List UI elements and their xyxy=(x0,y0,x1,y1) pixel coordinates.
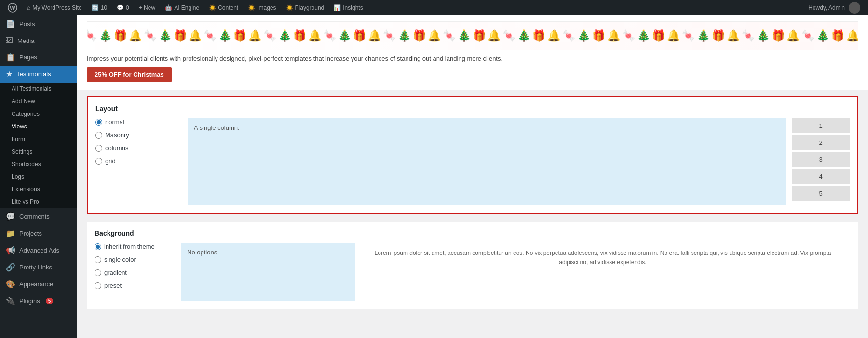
ai-engine-link[interactable]: 🤖 AI Engine xyxy=(161,0,203,15)
bg-radio-preset[interactable] xyxy=(95,282,101,289)
sidebar-item-testimonials[interactable]: ★ Testimonials xyxy=(0,66,77,83)
sidebar-item-categories[interactable]: Categories xyxy=(6,108,77,120)
column-btn-5[interactable]: 5 xyxy=(792,186,850,201)
bg-option-gradient[interactable]: gradient xyxy=(95,269,181,276)
pages-icon: 📋 xyxy=(6,53,15,62)
layout-section-row: normal Masonry columns grid xyxy=(95,118,850,205)
bg-radio-inherit[interactable] xyxy=(95,243,101,250)
background-section: Background inherit from theme single col… xyxy=(87,222,858,309)
bg-options: inherit from theme single color gradient xyxy=(95,243,181,301)
media-icon: 🖼 xyxy=(6,36,14,45)
sidebar-item-comments[interactable]: 💬 Comments xyxy=(0,208,77,225)
admin-bar: W ⌂ My WordPress Site 🔄 10 💬 0 + New 🤖 A… xyxy=(0,0,868,15)
images-icon: ☀️ xyxy=(248,4,255,11)
bg-radio-single[interactable] xyxy=(95,256,101,263)
sidebar-projects-label: Projects xyxy=(19,230,42,237)
sidebar-item-form[interactable]: Form xyxy=(6,133,77,145)
content-link[interactable]: ☀️ Content xyxy=(205,0,242,15)
howdy-link[interactable]: Howdy, Admin xyxy=(804,0,864,15)
sidebar-item-all-testimonials[interactable]: All Testimonials xyxy=(6,83,77,95)
howdy-text: Howdy, Admin xyxy=(808,4,845,11)
extensions-label: Extensions xyxy=(12,186,40,193)
insights-link[interactable]: 📊 Insights xyxy=(330,0,366,15)
playground-label: Playground xyxy=(295,4,325,11)
christmas-btn[interactable]: 25% OFF for Christmas xyxy=(87,67,172,82)
sidebar: 📄 Posts 🖼 Media 📋 Pages ★ Testimonials A… xyxy=(0,15,77,338)
column-btn-3[interactable]: 3 xyxy=(792,152,850,167)
column-btn-2[interactable]: 2 xyxy=(792,135,850,150)
layout-radio-columns[interactable] xyxy=(95,145,102,152)
layout-preview-text: A single column. xyxy=(194,124,240,131)
wp-logo-link[interactable]: W xyxy=(4,0,21,15)
sidebar-item-lite-vs-pro[interactable]: Lite vs Pro xyxy=(6,196,77,208)
views-label: Views xyxy=(12,123,27,130)
new-label: + New xyxy=(139,4,155,11)
layout-option-grid[interactable]: grid xyxy=(95,157,182,165)
main-content: 🎄🎁🔔🍬🎄🎁🔔🍬🎄🎁🔔🍬🎄🎁🔔🍬🎄🎁🔔🍬🎄🎁🔔🍬🎄🎁🔔🍬🎄🎁🔔🍬🎄🎁🔔🍬🎄🎁🔔🍬… xyxy=(77,15,868,338)
column-btn-4[interactable]: 4 xyxy=(792,169,850,184)
sidebar-item-plugins[interactable]: 🔌 Plugins 5 xyxy=(0,293,77,310)
bg-lorem-text: Lorem ipsum dolor sit amet, accusam comp… xyxy=(355,243,851,301)
sidebar-item-add-new[interactable]: Add New xyxy=(6,95,77,108)
bg-option-inherit[interactable]: inherit from theme xyxy=(95,243,181,250)
sidebar-posts-label: Posts xyxy=(19,20,35,28)
bg-preview-text: No options xyxy=(187,249,217,256)
posts-icon: 📄 xyxy=(6,19,15,28)
new-content-link[interactable]: + New xyxy=(135,0,159,15)
avatar-icon xyxy=(849,2,860,14)
layout-option-columns[interactable]: columns xyxy=(95,144,182,152)
bg-inherit-label: inherit from theme xyxy=(104,243,155,250)
sidebar-comments-label: Comments xyxy=(19,213,50,220)
add-new-label: Add New xyxy=(12,98,35,105)
sidebar-testimonials-label: Testimonials xyxy=(16,70,51,78)
layout-radio-grid[interactable] xyxy=(95,158,102,165)
layout-normal-label: normal xyxy=(105,118,124,126)
sidebar-item-pages[interactable]: 📋 Pages xyxy=(0,49,77,66)
wp-logo-icon: W xyxy=(8,3,17,13)
sidebar-item-settings[interactable]: Settings xyxy=(6,145,77,158)
column-btn-1[interactable]: 1 xyxy=(792,118,850,133)
playground-link[interactable]: ☀️ Playground xyxy=(282,0,328,15)
bg-option-preset[interactable]: preset xyxy=(95,282,181,289)
insights-icon: 📊 xyxy=(334,4,341,11)
images-link[interactable]: ☀️ Images xyxy=(244,0,280,15)
sidebar-item-shortcodes[interactable]: Shortcodes xyxy=(6,158,77,170)
layout-radio-masonry[interactable] xyxy=(95,132,102,139)
sidebar-item-extensions[interactable]: Extensions xyxy=(6,183,77,196)
sidebar-item-projects[interactable]: 📁 Projects xyxy=(0,225,77,242)
bg-radio-gradient[interactable] xyxy=(95,269,101,276)
bg-option-single[interactable]: single color xyxy=(95,256,181,263)
bg-preset-label: preset xyxy=(104,282,122,289)
comments-link[interactable]: 💬 0 xyxy=(113,0,133,15)
updates-count: 10 xyxy=(101,4,107,11)
appearance-icon: 🎨 xyxy=(6,280,15,289)
sidebar-item-appearance[interactable]: 🎨 Appearance xyxy=(0,276,77,293)
settings-label: Settings xyxy=(12,148,32,155)
playground-icon: ☀️ xyxy=(286,4,293,11)
sidebar-item-media[interactable]: 🖼 Media xyxy=(0,32,77,49)
layout-preview: A single column. xyxy=(188,118,786,205)
banner-text: Impress your potential clients with prof… xyxy=(87,55,858,62)
background-section-row: inherit from theme single color gradient xyxy=(95,243,851,301)
sidebar-item-pretty-links[interactable]: 🔗 Pretty Links xyxy=(0,259,77,276)
sidebar-item-views[interactable]: Views xyxy=(6,120,77,133)
sidebar-item-advanced-ads[interactable]: 📢 Advanced Ads xyxy=(0,242,77,259)
sidebar-media-label: Media xyxy=(17,37,34,44)
settings-wrap: Layout normal Masonry column xyxy=(77,90,868,314)
banner-area: 🎄🎁🔔🍬🎄🎁🔔🍬🎄🎁🔔🍬🎄🎁🔔🍬🎄🎁🔔🍬🎄🎁🔔🍬🎄🎁🔔🍬🎄🎁🔔🍬🎄🎁🔔🍬🎄🎁🔔🍬… xyxy=(77,15,868,90)
sidebar-pretty-links-label: Pretty Links xyxy=(19,264,52,271)
bg-preview: No options xyxy=(181,243,355,301)
background-section-title: Background xyxy=(95,229,851,237)
lite-vs-pro-label: Lite vs Pro xyxy=(12,198,39,205)
layout-option-masonry[interactable]: Masonry xyxy=(95,131,182,139)
images-label: Images xyxy=(257,4,276,11)
admin-bar-right: Howdy, Admin xyxy=(804,0,864,15)
site-name-link[interactable]: ⌂ My WordPress Site xyxy=(23,0,86,15)
categories-label: Categories xyxy=(12,111,40,117)
layout-radio-normal[interactable] xyxy=(95,119,102,126)
sidebar-item-logs[interactable]: Logs xyxy=(6,170,77,183)
ai-engine-label: AI Engine xyxy=(174,4,199,11)
updates-link[interactable]: 🔄 10 xyxy=(88,0,111,15)
layout-option-normal[interactable]: normal xyxy=(95,118,182,126)
sidebar-item-posts[interactable]: 📄 Posts xyxy=(0,15,77,32)
